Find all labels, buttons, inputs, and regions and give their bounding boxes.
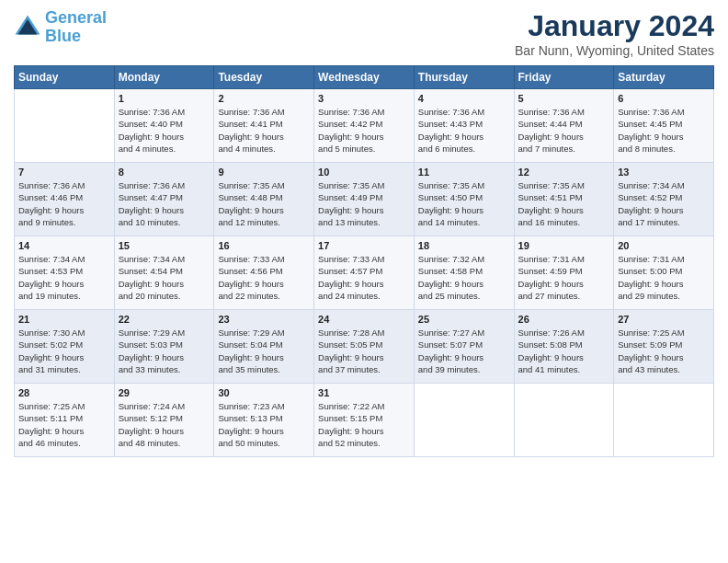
- day-info: Sunrise: 7:35 AM Sunset: 4:48 PM Dayligh…: [218, 179, 310, 228]
- day-info: Sunrise: 7:29 AM Sunset: 5:03 PM Dayligh…: [119, 327, 210, 375]
- day-number: 17: [318, 240, 410, 251]
- day-number: 8: [119, 167, 210, 178]
- table-row: 2Sunrise: 7:36 AM Sunset: 4:41 PM Daylig…: [214, 89, 314, 163]
- day-info: Sunrise: 7:36 AM Sunset: 4:42 PM Dayligh…: [318, 106, 410, 155]
- table-row: 6Sunrise: 7:36 AM Sunset: 4:45 PM Daylig…: [614, 89, 714, 163]
- table-row: 30Sunrise: 7:23 AM Sunset: 5:13 PM Dayli…: [214, 384, 314, 457]
- calendar-week-row: 14Sunrise: 7:34 AM Sunset: 4:53 PM Dayli…: [15, 236, 714, 310]
- day-info: Sunrise: 7:30 AM Sunset: 5:02 PM Dayligh…: [18, 327, 110, 375]
- day-info: Sunrise: 7:35 AM Sunset: 4:49 PM Dayligh…: [318, 179, 410, 228]
- day-info: Sunrise: 7:36 AM Sunset: 4:40 PM Dayligh…: [119, 106, 210, 155]
- day-info: Sunrise: 7:34 AM Sunset: 4:53 PM Dayligh…: [18, 253, 110, 302]
- day-number: 5: [518, 93, 610, 104]
- day-info: Sunrise: 7:31 AM Sunset: 4:59 PM Dayligh…: [518, 253, 610, 302]
- table-row: 9Sunrise: 7:35 AM Sunset: 4:48 PM Daylig…: [214, 163, 314, 236]
- page-header: General Blue January 2024 Bar Nunn, Wyom…: [14, 9, 714, 58]
- day-info: Sunrise: 7:25 AM Sunset: 5:11 PM Dayligh…: [18, 400, 110, 449]
- day-number: 2: [218, 93, 310, 104]
- table-row: 15Sunrise: 7:34 AM Sunset: 4:54 PM Dayli…: [114, 236, 214, 310]
- day-number: 27: [618, 314, 710, 325]
- logo-icon: [14, 14, 41, 41]
- table-row: 13Sunrise: 7:34 AM Sunset: 4:52 PM Dayli…: [614, 163, 714, 236]
- col-thursday: Thursday: [414, 66, 514, 89]
- day-info: Sunrise: 7:36 AM Sunset: 4:46 PM Dayligh…: [18, 179, 110, 228]
- calendar-week-row: 28Sunrise: 7:25 AM Sunset: 5:11 PM Dayli…: [15, 384, 714, 457]
- day-number: 7: [18, 167, 110, 178]
- day-number: 10: [318, 167, 410, 178]
- table-row: [414, 384, 514, 457]
- day-info: Sunrise: 7:25 AM Sunset: 5:09 PM Dayligh…: [618, 327, 710, 375]
- day-number: 12: [518, 167, 610, 178]
- day-number: 25: [418, 314, 510, 325]
- table-row: 29Sunrise: 7:24 AM Sunset: 5:12 PM Dayli…: [114, 384, 214, 457]
- col-monday: Monday: [114, 66, 214, 89]
- col-sunday: Sunday: [15, 66, 115, 89]
- day-number: 3: [318, 93, 410, 104]
- page-container: General Blue January 2024 Bar Nunn, Wyom…: [0, 0, 728, 466]
- day-info: Sunrise: 7:27 AM Sunset: 5:07 PM Dayligh…: [418, 327, 510, 375]
- day-number: 21: [18, 314, 110, 325]
- calendar-table: Sunday Monday Tuesday Wednesday Thursday…: [14, 65, 714, 457]
- logo: General Blue: [14, 9, 107, 46]
- day-number: 30: [218, 387, 310, 398]
- day-info: Sunrise: 7:36 AM Sunset: 4:47 PM Dayligh…: [119, 179, 210, 228]
- col-friday: Friday: [514, 66, 614, 89]
- title-area: January 2024 Bar Nunn, Wyoming, United S…: [515, 9, 714, 58]
- col-wednesday: Wednesday: [314, 66, 415, 89]
- table-row: 7Sunrise: 7:36 AM Sunset: 4:46 PM Daylig…: [15, 163, 115, 236]
- table-row: 24Sunrise: 7:28 AM Sunset: 5:05 PM Dayli…: [314, 310, 415, 384]
- month-title: January 2024: [515, 9, 714, 43]
- day-number: 11: [418, 167, 510, 178]
- day-number: 28: [18, 387, 110, 398]
- logo-text: General Blue: [45, 9, 107, 46]
- day-info: Sunrise: 7:23 AM Sunset: 5:13 PM Dayligh…: [218, 400, 310, 449]
- day-info: Sunrise: 7:36 AM Sunset: 4:41 PM Dayligh…: [218, 106, 310, 155]
- location-subtitle: Bar Nunn, Wyoming, United States: [515, 43, 714, 58]
- calendar-week-row: 7Sunrise: 7:36 AM Sunset: 4:46 PM Daylig…: [15, 163, 714, 236]
- day-info: Sunrise: 7:34 AM Sunset: 4:54 PM Dayligh…: [119, 253, 210, 302]
- table-row: [514, 384, 614, 457]
- day-info: Sunrise: 7:35 AM Sunset: 4:50 PM Dayligh…: [418, 179, 510, 228]
- calendar-week-row: 1Sunrise: 7:36 AM Sunset: 4:40 PM Daylig…: [15, 89, 714, 163]
- table-row: 27Sunrise: 7:25 AM Sunset: 5:09 PM Dayli…: [614, 310, 714, 384]
- day-number: 6: [618, 93, 710, 104]
- table-row: 12Sunrise: 7:35 AM Sunset: 4:51 PM Dayli…: [514, 163, 614, 236]
- day-number: 19: [518, 240, 610, 251]
- day-info: Sunrise: 7:26 AM Sunset: 5:08 PM Dayligh…: [518, 327, 610, 375]
- day-info: Sunrise: 7:33 AM Sunset: 4:56 PM Dayligh…: [218, 253, 310, 302]
- table-row: 28Sunrise: 7:25 AM Sunset: 5:11 PM Dayli…: [15, 384, 115, 457]
- day-info: Sunrise: 7:29 AM Sunset: 5:04 PM Dayligh…: [218, 327, 310, 375]
- day-info: Sunrise: 7:24 AM Sunset: 5:12 PM Dayligh…: [119, 400, 210, 449]
- table-row: 21Sunrise: 7:30 AM Sunset: 5:02 PM Dayli…: [15, 310, 115, 384]
- day-number: 18: [418, 240, 510, 251]
- table-row: [614, 384, 714, 457]
- logo-line2: Blue: [45, 27, 81, 45]
- day-number: 31: [318, 387, 410, 398]
- table-row: 4Sunrise: 7:36 AM Sunset: 4:43 PM Daylig…: [414, 89, 514, 163]
- table-row: 10Sunrise: 7:35 AM Sunset: 4:49 PM Dayli…: [314, 163, 415, 236]
- day-number: 20: [618, 240, 710, 251]
- day-info: Sunrise: 7:36 AM Sunset: 4:44 PM Dayligh…: [518, 106, 610, 155]
- table-row: 14Sunrise: 7:34 AM Sunset: 4:53 PM Dayli…: [15, 236, 115, 310]
- table-row: 23Sunrise: 7:29 AM Sunset: 5:04 PM Dayli…: [214, 310, 314, 384]
- calendar-week-row: 21Sunrise: 7:30 AM Sunset: 5:02 PM Dayli…: [15, 310, 714, 384]
- day-number: 13: [618, 167, 710, 178]
- day-info: Sunrise: 7:36 AM Sunset: 4:45 PM Dayligh…: [618, 106, 710, 155]
- day-info: Sunrise: 7:28 AM Sunset: 5:05 PM Dayligh…: [318, 327, 410, 375]
- col-tuesday: Tuesday: [214, 66, 314, 89]
- day-info: Sunrise: 7:32 AM Sunset: 4:58 PM Dayligh…: [418, 253, 510, 302]
- logo-line1: General: [45, 8, 107, 27]
- table-row: 16Sunrise: 7:33 AM Sunset: 4:56 PM Dayli…: [214, 236, 314, 310]
- table-row: 17Sunrise: 7:33 AM Sunset: 4:57 PM Dayli…: [314, 236, 415, 310]
- day-number: 15: [119, 240, 210, 251]
- day-number: 22: [119, 314, 210, 325]
- day-info: Sunrise: 7:31 AM Sunset: 5:00 PM Dayligh…: [618, 253, 710, 302]
- table-row: 22Sunrise: 7:29 AM Sunset: 5:03 PM Dayli…: [114, 310, 214, 384]
- table-row: 25Sunrise: 7:27 AM Sunset: 5:07 PM Dayli…: [414, 310, 514, 384]
- day-number: 4: [418, 93, 510, 104]
- table-row: 8Sunrise: 7:36 AM Sunset: 4:47 PM Daylig…: [114, 163, 214, 236]
- table-row: 11Sunrise: 7:35 AM Sunset: 4:50 PM Dayli…: [414, 163, 514, 236]
- day-number: 16: [218, 240, 310, 251]
- day-number: 26: [518, 314, 610, 325]
- table-row: 20Sunrise: 7:31 AM Sunset: 5:00 PM Dayli…: [614, 236, 714, 310]
